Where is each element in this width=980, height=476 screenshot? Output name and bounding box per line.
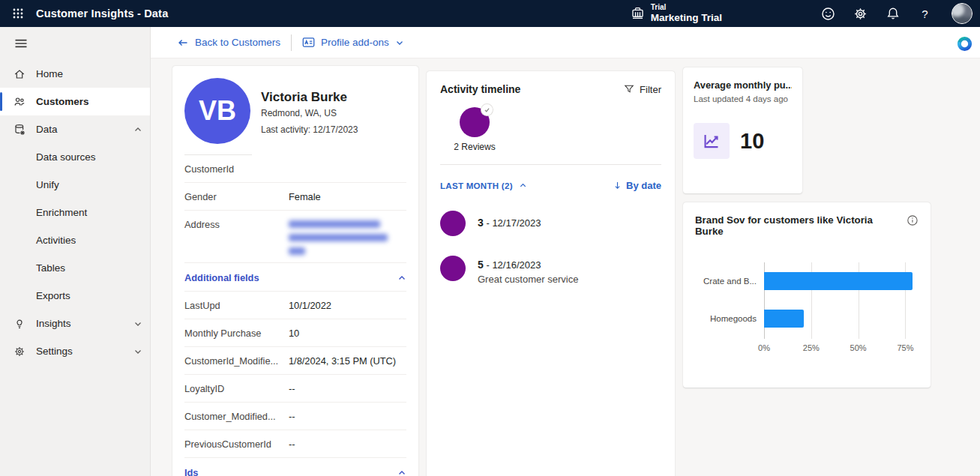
chevron-up-icon <box>397 469 406 476</box>
field-row-customerid-modified: CustomerId_Modifie... 1/8/2024, 3:15 PM … <box>184 347 406 375</box>
chevron-up-icon <box>133 125 142 134</box>
hamburger-icon <box>13 36 28 51</box>
sidebar-item-unify[interactable]: Unify <box>0 171 150 199</box>
line-chart-icon <box>702 131 721 151</box>
average-monthly-purchase-card: Average monthly pu... Last updated 4 day… <box>683 67 802 193</box>
back-to-customers-link[interactable]: Back to Customers <box>177 37 280 49</box>
sidebar-item-label: Tables <box>36 262 65 274</box>
sidebar-item-label: Insights <box>36 318 71 329</box>
x-tick-label: 0% <box>758 343 770 352</box>
metric-title: Average monthly pu... <box>694 79 792 91</box>
brand-chart-rows: Crate and B...Homegoods <box>695 262 919 337</box>
metric-value: 10 <box>740 129 764 154</box>
app-launcher-icon[interactable] <box>0 0 36 27</box>
field-value-redacted <box>289 219 406 255</box>
chevron-down-icon <box>133 319 142 328</box>
sidebar-item-enrichment[interactable]: Enrichment <box>0 199 150 226</box>
sidebar-item-activities[interactable]: Activities <box>0 226 150 254</box>
sidebar-item-label: Exports <box>36 290 70 301</box>
timeline-item-title: 3 - 12/17/2023 <box>478 211 541 229</box>
bar-track <box>764 272 919 290</box>
bar-homegoods <box>764 310 804 328</box>
ids-title: Ids <box>184 467 199 476</box>
copilot-icon <box>957 36 973 52</box>
sidebar-item-label: Activities <box>36 235 76 246</box>
user-avatar[interactable] <box>952 3 973 24</box>
sidebar-item-label: Settings <box>36 346 73 357</box>
field-value: -- <box>289 383 295 394</box>
additional-fields-section-toggle[interactable]: Additional fields <box>184 263 406 292</box>
sidebar-item-exports[interactable]: Exports <box>0 282 150 310</box>
divider <box>440 164 661 165</box>
customer-location: Redmond, WA, US <box>261 108 358 118</box>
review-note: Great customer service <box>478 274 578 285</box>
sidebar-nav: Home Customers Data Data sources Unify E… <box>0 27 151 476</box>
review-score: 3 <box>478 217 484 229</box>
field-label: CustomerId_Modifie... <box>184 355 289 367</box>
redacted-address-line <box>289 234 388 241</box>
copilot-button[interactable] <box>955 34 973 52</box>
sidebar-item-settings[interactable]: Settings <box>0 337 150 365</box>
environment-name: Marketing Trial <box>651 12 722 24</box>
app-title: Customer Insights - Data <box>36 7 168 19</box>
environment-picker[interactable]: Trial Marketing Trial <box>631 3 722 23</box>
customer-last-activity: Last activity: 12/17/2023 <box>261 124 358 135</box>
home-icon <box>13 68 25 80</box>
notifications-button[interactable] <box>877 0 909 27</box>
field-row-previous-customerid: PreviousCustomerId -- <box>184 430 406 458</box>
collapse-nav-button[interactable] <box>0 27 150 60</box>
info-icon[interactable] <box>907 214 919 226</box>
sidebar-item-home[interactable]: Home <box>0 60 150 88</box>
check-badge <box>481 104 493 115</box>
field-row-customerid: CustomerId <box>184 155 406 183</box>
category-label: Crate and B... <box>695 277 764 286</box>
field-value: -- <box>289 411 295 422</box>
sidebar-item-tables[interactable]: Tables <box>0 254 150 282</box>
review-score: 5 <box>478 259 484 271</box>
sidebar-item-label: Unify <box>36 179 59 190</box>
timeline-item[interactable]: 5 - 12/16/2023 Great customer service <box>440 256 661 285</box>
sidebar-item-data-sources[interactable]: Data sources <box>0 143 150 171</box>
sort-by-date-button[interactable]: By date <box>613 180 661 191</box>
metric-icon-box <box>694 123 730 159</box>
sidebar-item-customers[interactable]: Customers <box>0 88 150 115</box>
field-label: Gender <box>184 191 289 202</box>
field-row-gender: Gender Female <box>184 183 406 211</box>
filter-button[interactable]: Filter <box>624 84 661 95</box>
contact-card-icon <box>302 36 315 49</box>
timeline-item[interactable]: 3 - 12/17/2023 <box>440 211 661 236</box>
field-value: 10/1/2022 <box>289 300 331 311</box>
last-month-group-toggle[interactable]: LAST MONTH (2) <box>440 181 527 190</box>
additional-fields-title: Additional fields <box>184 272 259 283</box>
profile-header: VB Victoria Burke Redmond, WA, US Last a… <box>184 78 406 144</box>
field-row-address: Address <box>184 211 406 263</box>
people-icon <box>13 96 25 108</box>
reviews-count-label: 2 Reviews <box>451 142 499 152</box>
brand-sov-card: Brand Sov for customers like Victoria Bu… <box>683 202 931 388</box>
review-activity-circle <box>440 211 466 236</box>
field-label: LastUpd <box>184 300 289 311</box>
sidebar-item-insights[interactable]: Insights <box>0 310 150 337</box>
filter-label: Filter <box>640 84 661 95</box>
filter-funnel-icon <box>624 84 634 94</box>
feedback-button[interactable] <box>812 0 844 27</box>
ids-section-toggle[interactable]: Ids <box>184 458 406 476</box>
field-label: CustomerId <box>184 163 289 175</box>
activity-summary[interactable]: 2 Reviews <box>451 107 499 152</box>
timeline-group-header: LAST MONTH (2) By date <box>440 180 661 191</box>
field-row-lastupd: LastUpd 10/1/2022 <box>184 292 406 319</box>
settings-button[interactable] <box>844 0 877 27</box>
field-value: -- <box>289 439 295 450</box>
sort-label: By date <box>626 180 661 191</box>
sidebar-item-data[interactable]: Data <box>0 115 150 143</box>
gear-icon <box>13 346 25 358</box>
help-button[interactable]: ? <box>909 0 941 27</box>
waffle-grid-icon <box>12 7 24 19</box>
profile-addons-button[interactable]: Profile add-ons <box>302 36 404 49</box>
x-tick-label: 75% <box>897 343 913 352</box>
field-row-loyaltyid: LoyaltyID -- <box>184 375 406 403</box>
chevron-down-icon <box>133 347 142 356</box>
x-tick-label: 50% <box>850 343 867 352</box>
sidebar-item-label: Data <box>36 124 58 135</box>
field-value: Female <box>289 191 321 202</box>
